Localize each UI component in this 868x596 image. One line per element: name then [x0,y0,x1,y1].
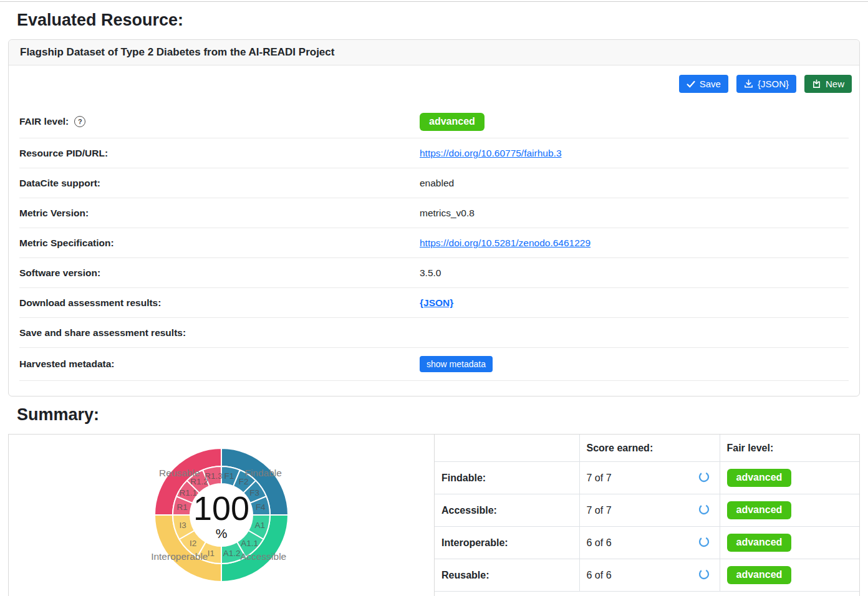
show-metadata-button-label: show metadata [427,359,486,369]
progress-circle-icon [698,471,710,485]
fair-level-label: FAIR level: [19,116,69,127]
software-version-value: 3.5.0 [420,267,441,279]
download-json-button[interactable]: {JSON} [736,75,796,93]
download-results-json-link[interactable]: {JSON} [420,297,453,309]
svg-text:Reusable: Reusable [159,468,200,478]
score-earned-header: Score earned: [579,435,720,462]
reusable-score: 6 of 6 [587,570,612,581]
svg-text:F4: F4 [256,502,266,512]
svg-text:R1: R1 [177,502,188,512]
svg-text:A1: A1 [255,521,266,530]
page-top-divider [0,0,868,2]
resource-details-list: FAIR level: ? advanced Resource PID/URL:… [9,105,859,396]
action-button-row: Save {JSON} New [9,65,859,105]
svg-text:Accessible: Accessible [240,551,286,562]
detail-row-pid-url: Resource PID/URL: https://doi.org/10.607… [19,138,849,168]
interoperable-score: 6 of 6 [587,537,612,549]
box-arrow-in-down-icon [812,79,821,89]
donut-svg: F1F2F3F4FindableA1A1.1A1.2AccessibleI1I2… [140,443,302,593]
detail-row-download-results: Download assessment results: {JSON} [19,288,849,318]
progress-circle-icon [698,536,710,550]
svg-text:Interoperable: Interoperable [151,551,208,562]
score-table-wrap: Score earned: Fair level: Findable: 7 of… [435,435,859,596]
svg-text:A1.1: A1.1 [241,539,258,548]
software-version-label: Software version: [19,267,420,279]
save-share-label: Save and share assessment results: [19,327,420,339]
progress-circle-icon [698,504,710,517]
check-icon [687,80,695,89]
interoperable-level-badge: advanced [727,534,792,552]
svg-text:100: 100 [193,489,249,527]
reusable-label: Reusable: [435,559,579,592]
download-results-label: Download assessment results: [19,297,420,309]
svg-text:A1.2: A1.2 [223,549,241,559]
reusable-level-badge: advanced [727,566,792,584]
findable-level-badge: advanced [727,469,792,487]
evaluated-resource-heading: Evaluated Resource: [8,11,860,30]
resource-title: Flagship Dataset of Type 2 Diabetes from… [9,40,859,65]
detail-row-harvested-metadata: Harvested metadata: show metadata [19,348,849,381]
table-filler [435,592,859,596]
svg-text:I3: I3 [180,521,186,530]
svg-text:F1: F1 [224,471,234,481]
svg-text:F2: F2 [239,478,249,487]
table-row-findable: Findable: 7 of 7 advanced [435,462,859,494]
harvested-metadata-label: Harvested metadata: [19,358,420,370]
metric-spec-link[interactable]: https://doi.org/10.5281/zenodo.6461229 [420,238,591,249]
svg-text:Findable: Findable [244,468,281,478]
detail-row-software-version: Software version: 3.5.0 [19,258,849,288]
detail-row-fair-level: FAIR level: ? advanced [19,105,849,138]
pid-url-label: Resource PID/URL: [19,148,420,159]
table-row-interoperable: Interoperable: 6 of 6 advanced [435,527,859,559]
pid-url-link[interactable]: https://doi.org/10.60775/fairhub.3 [420,148,562,159]
main-container: Evaluated Resource: Flagship Dataset of … [0,11,868,596]
interoperable-label: Interoperable: [435,527,579,559]
accessible-score: 7 of 7 [587,505,612,516]
metric-spec-label: Metric Specification: [19,238,420,249]
score-table-header-row: Score earned: Fair level: [435,435,859,462]
evaluated-resource-card: Flagship Dataset of Type 2 Diabetes from… [8,39,860,397]
help-icon[interactable]: ? [74,116,85,127]
save-button-label: Save [700,79,721,89]
download-icon [744,79,753,89]
summary-heading: Summary: [8,405,860,425]
detail-row-metric-spec: Metric Specification: https://doi.org/10… [19,228,849,258]
progress-circle-icon [698,569,710,582]
svg-text:I1: I1 [208,549,215,559]
svg-text:R1.3: R1.3 [205,471,223,481]
findable-score: 7 of 7 [587,473,612,484]
detail-row-datacite: DataCite support: enabled [19,168,849,198]
table-row-reusable: Reusable: 6 of 6 advanced [435,559,859,592]
new-assessment-button-label: New [826,79,844,89]
svg-text:I2: I2 [190,539,196,548]
show-metadata-button[interactable]: show metadata [420,356,493,372]
accessible-level-badge: advanced [727,501,792,519]
datacite-value: enabled [420,178,454,189]
fair-level-header: Fair level: [720,435,859,462]
score-table: Score earned: Fair level: Findable: 7 of… [435,435,859,592]
empty-header-cell [435,435,579,462]
metric-version-label: Metric Version: [19,208,420,219]
fair-donut-chart: F1F2F3F4FindableA1A1.1A1.2AccessibleI1I2… [9,435,435,596]
fair-level-badge: advanced [420,113,485,131]
svg-text:%: % [216,526,228,541]
svg-text:F3: F3 [249,488,259,497]
summary-panel: F1F2F3F4FindableA1A1.1A1.2AccessibleI1I2… [8,434,860,596]
detail-row-metric-version: Metric Version: metrics_v0.8 [19,198,849,228]
datacite-label: DataCite support: [19,178,420,189]
metric-version-value: metrics_v0.8 [420,208,475,219]
detail-row-save-share: Save and share assessment results: [19,318,849,348]
download-json-button-label: {JSON} [758,79,789,89]
findable-label: Findable: [435,462,579,494]
new-assessment-button[interactable]: New [804,75,852,93]
table-row-accessible: Accessible: 7 of 7 advanced [435,494,859,527]
save-button[interactable]: Save [679,75,728,93]
accessible-label: Accessible: [435,494,579,527]
